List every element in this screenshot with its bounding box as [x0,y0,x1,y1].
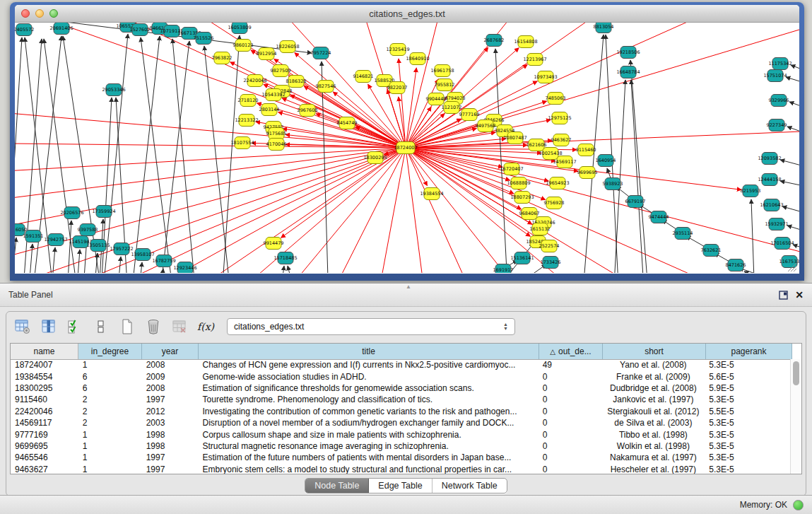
table-cell: Corpus callosum shape and size in male p… [199,430,539,440]
table-select-value: citations_edges.txt [234,322,304,332]
graph-node-label: 7632621 [701,247,722,253]
column-header-name[interactable]: name [11,344,78,359]
citation-edge-black [28,244,33,273]
table-cell: 1998 [142,441,199,451]
select-columns-icon[interactable] [66,317,84,336]
table-cell: 0 [539,441,602,451]
table-cell: Stergiakouli et al. (2012) [601,407,705,416]
citation-edge-red [241,148,406,273]
new-document-icon[interactable] [118,317,136,336]
table-row[interactable]: 1456911722003Disruption of a novel membe… [11,417,791,428]
network-canvas[interactable]: 1872400798601238912954182260589827509224… [15,23,799,274]
memory-status-indicator[interactable] [793,500,804,510]
table-scrollbar[interactable] [790,359,801,474]
table-cell: Tourette syndrome. Phenomenology and cla… [199,395,539,404]
table-cell: Wolkin et al. (1998) [601,441,705,451]
table-row[interactable]: 977716911998Corpus callosum shape and si… [11,428,791,440]
graph-node-label: 2687682 [484,37,505,43]
tab-node-table[interactable]: Node Table [305,479,369,493]
graph-node-label: 14569117 [553,159,576,165]
table-cell: de Silva et al. (2003) [601,418,705,428]
table-cell: 0 [539,372,602,382]
show-column-icon[interactable] [40,317,58,336]
table-row[interactable]: 2242004622012Investigating the contribut… [11,406,791,417]
table-cell: Nakamura et al. (1997) [601,452,705,462]
graph-node-label: 12325419 [386,47,409,52]
graph-node-label: 19384554 [420,191,443,197]
graph-node-label: 19218506 [616,49,640,55]
window-titlebar[interactable]: citations_edges.txt [15,5,799,23]
checkbox-list-icon[interactable] [92,317,110,336]
close-panel-icon[interactable]: ✕ [795,290,804,300]
table-cell: 5.3E-5 [705,395,791,404]
function-icon[interactable]: f(x) [196,317,215,336]
citation-edge-red [15,148,406,206]
table-cell: Yano et al. (2008) [601,360,705,370]
citation-edge-red [15,143,406,148]
float-panel-icon[interactable] [779,291,788,300]
table-row[interactable]: 1830029562008Estimation of significance … [11,382,791,394]
tab-network-table[interactable]: Network Table [433,479,507,493]
tab-edge-table[interactable]: Edge Table [369,479,432,493]
graph-node-label: 9115460 [576,147,596,153]
table-cell: 6 [78,383,142,393]
graph-node-label: 12093582 [758,156,781,161]
graph-node-label: 13958107 [131,252,154,257]
citation-edge-black [787,127,799,141]
table-cell: 5.9E-5 [705,383,791,393]
close-window-icon[interactable] [21,9,30,18]
table-cell: Investigating the contribution of common… [199,407,539,416]
status-bar: Memory: OK [0,495,812,514]
graph-node-label: 1615132 [530,226,551,232]
scrollbar-thumb[interactable] [793,361,799,385]
table-settings-icon[interactable] [13,317,32,336]
graph-node-label: 4170046 [266,141,287,147]
network-view-window[interactable]: citations_edges.txt 18724007986012389129… [10,2,804,281]
table-cell: 1998 [142,430,199,440]
table-row[interactable]: 946554611997Estimation of the future num… [11,452,791,463]
graph-node-label: 2967608 [298,107,318,113]
table-row[interactable]: 1872400712008Changes of HCN gene express… [11,359,791,370]
table-cell: 6 [78,372,142,382]
graph-node-label: 19654923 [546,180,569,186]
delete-trash-icon[interactable] [144,317,163,336]
column-header-pagerank[interactable]: pagerank [706,344,792,359]
table-cell: Embryonic stem cells: a model to study s… [199,465,539,474]
table-cell: 5.3E-5 [705,430,791,440]
graph-node-label: 18807293 [510,194,534,200]
table-cell: Changes of HCN gene expression and I(f) … [199,360,539,370]
column-header-in-degree[interactable]: in_degree [78,344,142,359]
table-cell: 9699695 [11,441,78,451]
citation-edge-black [141,37,177,273]
citation-edge-black [782,206,799,219]
table-row[interactable]: 969969511998Structural magnetic resonanc… [11,440,791,452]
graph-node-label: 16648784 [616,69,640,75]
column-header-title[interactable]: title [199,344,539,359]
graph-node-label: 20206576 [60,210,83,216]
table-body: 1872400712008Changes of HCN gene express… [11,359,791,474]
delete-table-icon[interactable] [170,317,189,336]
table-cell: 2 [78,407,142,416]
table-row[interactable]: 946362711997Embryonic stem cells: a mode… [11,464,791,474]
table-row[interactable]: 911546021997Tourette syndrome. Phenomeno… [11,394,791,405]
graph-node-label: 12975125 [548,115,571,121]
zoom-window-icon[interactable] [49,9,58,18]
graph-node-label: 29053346 [102,87,125,93]
graph-node-label: 10025438 [539,151,562,156]
graph-node-label: 8215953 [741,188,761,194]
table-cell: 49 [539,360,602,370]
graph-node-label: 10807487 [503,135,526,141]
graph-node-label: 16154808 [514,39,537,45]
table-panel-titlebar[interactable]: ▲ Table Panel ✕ [0,283,812,307]
graph-node-label: 7957224 [311,50,331,56]
minimize-window-icon[interactable] [35,9,44,18]
table-cell: 1997 [142,395,199,404]
table-row[interactable]: 1938455462009Genome-wide association stu… [11,370,791,382]
column-header-out-degree[interactable]: △out_de... [539,344,603,359]
table-select-dropdown[interactable]: citations_edges.txt ▲▼ [227,318,515,335]
column-header-short[interactable]: short [603,344,706,359]
column-header-year[interactable]: year [142,344,199,359]
split-divider-grip[interactable]: ▲ [406,284,411,290]
table-cell: Disruption of a novel member of a sodium… [199,418,539,428]
table-cell: 14569117 [11,418,78,428]
